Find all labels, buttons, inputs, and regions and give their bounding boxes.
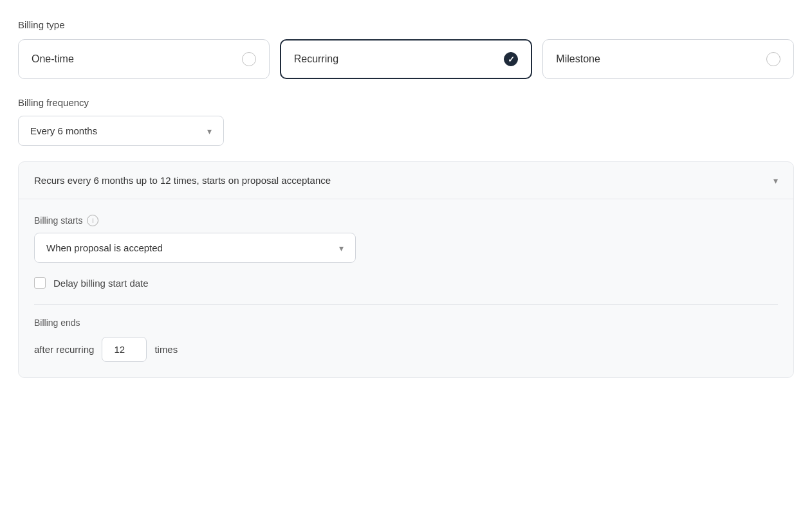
times-label: times: [154, 344, 178, 355]
billing-type-recurring-label: Recurring: [294, 53, 338, 65]
billing-type-section: Billing type One-time Recurring Mileston…: [18, 19, 794, 79]
billing-starts-info-icon[interactable]: i: [87, 215, 98, 226]
billing-frequency-dropdown[interactable]: Every 6 months ▾: [18, 116, 224, 146]
billing-type-label: Billing type: [18, 19, 794, 30]
details-panel-header[interactable]: Recurs every 6 months up to 12 times, st…: [19, 162, 793, 199]
details-panel-body: Billing starts i When proposal is accept…: [19, 199, 793, 377]
billing-starts-label: Billing starts i: [34, 215, 778, 226]
details-summary-text: Recurs every 6 months up to 12 times, st…: [34, 175, 331, 186]
billing-ends-label: Billing ends: [34, 318, 778, 328]
details-panel-chevron-icon: ▾: [773, 176, 778, 186]
billing-type-one-time[interactable]: One-time: [18, 39, 270, 79]
billing-type-milestone-radio[interactable]: [766, 52, 780, 66]
delay-billing-row: Delay billing start date: [34, 277, 778, 289]
recurring-count-input[interactable]: [102, 337, 147, 362]
billing-type-one-time-radio[interactable]: [242, 52, 256, 66]
billing-frequency-label: Billing frequency: [18, 97, 794, 108]
billing-starts-value: When proposal is accepted: [46, 242, 163, 253]
billing-starts-chevron-icon: ▾: [339, 243, 344, 253]
billing-starts-group: Billing starts i When proposal is accept…: [34, 215, 778, 263]
details-panel: Recurs every 6 months up to 12 times, st…: [18, 161, 794, 378]
billing-type-recurring[interactable]: Recurring: [280, 39, 533, 79]
delay-billing-label: Delay billing start date: [53, 278, 149, 289]
billing-type-milestone[interactable]: Milestone: [542, 39, 794, 79]
billing-ends-section: Billing ends after recurring times: [34, 318, 778, 362]
billing-frequency-section: Billing frequency Every 6 months ▾: [18, 97, 794, 146]
billing-type-milestone-label: Milestone: [556, 53, 600, 65]
billing-frequency-chevron-icon: ▾: [207, 126, 212, 136]
billing-type-recurring-radio[interactable]: [504, 52, 518, 66]
delay-billing-checkbox[interactable]: [34, 277, 46, 289]
billing-frequency-value: Every 6 months: [30, 125, 97, 136]
after-recurring-label: after recurring: [34, 344, 94, 355]
billing-ends-row: after recurring times: [34, 337, 778, 362]
billing-type-options: One-time Recurring Milestone: [18, 39, 794, 79]
billing-type-one-time-label: One-time: [32, 53, 74, 65]
billing-starts-dropdown[interactable]: When proposal is accepted ▾: [34, 233, 356, 263]
section-divider: [34, 304, 778, 305]
